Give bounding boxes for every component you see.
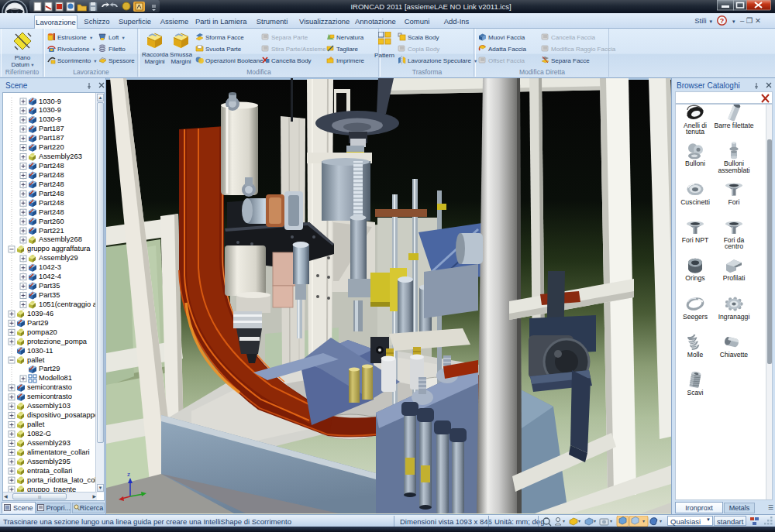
svg-text:1030-9: 1030-9 xyxy=(39,106,61,114)
svg-text:Assembly29: Assembly29 xyxy=(39,254,78,262)
svg-text:Part29: Part29 xyxy=(27,319,48,327)
svg-text:▾: ▾ xyxy=(610,519,612,523)
svg-text:1030-9: 1030-9 xyxy=(39,98,61,105)
svg-text:Assembly293: Assembly293 xyxy=(27,439,71,447)
svg-text:Assembly268: Assembly268 xyxy=(39,235,82,243)
svg-text:Ingranaggi: Ingranaggi xyxy=(718,313,750,321)
svg-text:IRONCAD 2011 [assiemeLAE NO: IRONCAD 2011 [assiemeLAE NO Link v2011.i… xyxy=(350,2,511,11)
svg-text:Part248: Part248 xyxy=(39,162,64,170)
svg-text:Assembly295: Assembly295 xyxy=(27,458,71,465)
svg-text:Assembly103: Assembly103 xyxy=(27,402,71,410)
svg-text:Scavi: Scavi xyxy=(687,389,703,396)
svg-text:1082-G: 1082-G xyxy=(27,430,51,438)
svg-text:Molle: Molle xyxy=(687,351,704,359)
svg-text:1051(centraggio aggr: 1051(centraggio aggr xyxy=(39,300,104,308)
svg-text:Part187: Part187 xyxy=(39,134,64,142)
svg-text:dispositivo_posatappo: dispositivo_posatappo xyxy=(27,411,98,419)
svg-text:1042-3: 1042-3 xyxy=(39,263,61,271)
svg-text:z: z xyxy=(127,471,130,478)
svg-text:Part35: Part35 xyxy=(39,282,60,290)
svg-text:Profilati: Profilati xyxy=(723,274,746,282)
svg-text:Part187: Part187 xyxy=(39,125,64,132)
svg-text:Bulloni: Bulloni xyxy=(685,160,705,167)
svg-text:gruppo aggraffatura: gruppo aggraffatura xyxy=(27,245,91,252)
svg-text:Part248: Part248 xyxy=(39,180,64,188)
svg-text:assemblati: assemblati xyxy=(718,166,749,174)
svg-text:Orings: Orings xyxy=(685,274,704,282)
svg-text:▾: ▾ xyxy=(578,519,580,523)
svg-text:pallet: pallet xyxy=(27,356,45,364)
svg-text:Part248: Part248 xyxy=(39,190,64,197)
svg-text:Part248: Part248 xyxy=(39,208,64,216)
svg-text:Fori NPT: Fori NPT xyxy=(682,236,709,244)
svg-text:Chiavette: Chiavette xyxy=(720,351,749,359)
svg-text:Barre filettate: Barre filettate xyxy=(714,122,753,129)
svg-text:tenuta: tenuta xyxy=(686,128,704,136)
svg-text:Part248: Part248 xyxy=(39,199,64,207)
svg-text:Part220: Part220 xyxy=(39,143,64,151)
svg-text:▾: ▾ xyxy=(594,519,596,523)
svg-text:1030-11: 1030-11 xyxy=(27,347,53,355)
svg-text:entrata_collari: entrata_collari xyxy=(27,467,72,475)
svg-text:Part260: Part260 xyxy=(39,218,64,225)
svg-text:?: ? xyxy=(720,17,725,25)
svg-text:pompa20: pompa20 xyxy=(27,328,57,336)
svg-text:Part35: Part35 xyxy=(39,291,60,299)
svg-text:Part29: Part29 xyxy=(39,365,60,372)
svg-text:protezione_pompa: protezione_pompa xyxy=(27,338,88,345)
svg-text:Part248: Part248 xyxy=(39,171,64,179)
svg-text:▾: ▾ xyxy=(563,519,565,523)
svg-text:1042-4: 1042-4 xyxy=(39,273,61,280)
svg-text:pallet: pallet xyxy=(27,420,45,428)
svg-text:1039-46: 1039-46 xyxy=(27,310,53,317)
svg-text:Cuscinetti: Cuscinetti xyxy=(680,198,710,206)
svg-text:Seegers: Seegers xyxy=(683,313,708,321)
svg-text:▾: ▾ xyxy=(660,519,662,523)
svg-text:alimentatore_collari: alimentatore_collari xyxy=(27,448,90,456)
svg-text:Assembly263: Assembly263 xyxy=(39,153,82,160)
svg-text:Part221: Part221 xyxy=(39,227,64,235)
svg-text:Fori: Fori xyxy=(728,198,740,206)
svg-text:1030-9: 1030-9 xyxy=(39,115,61,123)
svg-text:centro: centro xyxy=(725,242,743,250)
svg-text:semicontrasto: semicontrasto xyxy=(27,383,72,391)
svg-text:semicontrasto: semicontrasto xyxy=(27,393,72,400)
svg-text:porta_ridotta_lato_coll: porta_ridotta_lato_coll xyxy=(27,476,98,484)
svg-text:Modello81: Modello81 xyxy=(39,374,72,382)
svg-text:▾: ▾ xyxy=(642,519,645,523)
